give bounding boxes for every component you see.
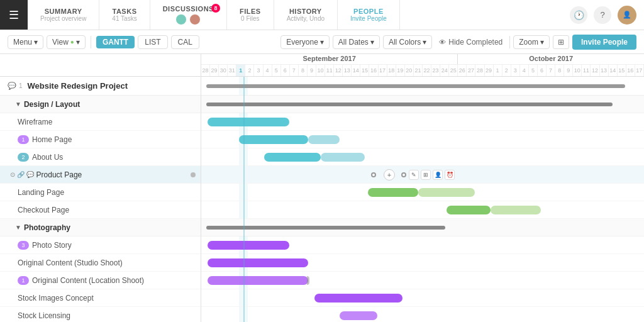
list-button[interactable]: LIST — [138, 35, 167, 49]
invite-button[interactable]: Invite People — [572, 35, 636, 50]
everyone-filter[interactable]: Everyone ▾ — [280, 35, 330, 49]
productpage-dot-left — [371, 172, 376, 177]
gantt-main: September 2017 October 2017 28 29 30 31 … — [0, 54, 644, 322]
clock-icon-btn[interactable]: 🕐 — [570, 6, 587, 24]
task-checkout-row[interactable]: Checkout Page — [0, 201, 201, 219]
tab-people[interactable]: PEOPLE Invite People — [338, 0, 400, 30]
stocklicensing-bar — [340, 311, 377, 320]
task-location-row[interactable]: 1 Original Content (Location Shoot) — [0, 272, 201, 289]
gantt-row-landingpage — [201, 184, 644, 201]
dates-filter[interactable]: All Dates ▾ — [333, 35, 380, 49]
view-button[interactable]: View ● ▾ — [47, 35, 86, 49]
help-icon-btn[interactable]: ? — [594, 6, 611, 24]
task-homepage-row[interactable]: 1 Home Page — [0, 131, 201, 148]
tab-summary[interactable]: SUMMARY Project overview — [28, 0, 99, 30]
avatar-1 — [175, 14, 187, 25]
day-cell: 9 — [564, 65, 573, 76]
tab-history-label: HISTORY — [289, 8, 322, 15]
zoom-button[interactable]: Zoom ▾ — [513, 35, 550, 49]
day-cell: 6 — [538, 65, 547, 76]
task-stocklicensing-row[interactable]: Stock Licensing — [0, 307, 201, 322]
person-icon-btn[interactable]: 👤 — [433, 170, 443, 180]
group-design-row[interactable]: ▼ Design / Layout — [0, 96, 201, 113]
view-toggle-icon[interactable]: ⊞ — [553, 35, 569, 49]
day-cell: 11 — [582, 65, 591, 76]
checkout-bar-green — [447, 206, 491, 214]
group-photography-row[interactable]: ▼ Photography — [0, 219, 201, 236]
stockimages-bar — [314, 294, 402, 303]
day-cell: 16 — [626, 65, 635, 76]
day-cell: 8 — [299, 65, 308, 76]
task-landingpage-row[interactable]: Landing Page — [0, 184, 201, 201]
gantt-row-wireframe — [201, 113, 644, 131]
day-cell: 21 — [414, 65, 423, 76]
tab-summary-sub: Project overview — [40, 15, 86, 22]
view-chevron: ▾ — [76, 38, 80, 47]
photography-group-bar — [206, 226, 445, 230]
nav-tabs: SUMMARY Project overview TASKS 41 Tasks … — [28, 0, 562, 30]
day-cell: 15 — [618, 65, 626, 76]
colors-filter[interactable]: All Colors ▾ — [383, 35, 432, 49]
avatar-2 — [189, 14, 201, 25]
grid-icon-btn[interactable]: ⊞ — [421, 170, 431, 180]
day-cell: 4 — [264, 65, 272, 76]
zoom-chevron: ▾ — [540, 38, 544, 47]
hide-completed[interactable]: 👁 Hide Completed — [435, 36, 506, 48]
design-group-bar — [206, 103, 613, 106]
day-cell: 2 — [502, 65, 511, 76]
day-cell: 5 — [529, 65, 538, 76]
day-cell: 29 — [485, 65, 494, 76]
gantt-row-project — [201, 77, 644, 96]
day-cell: 20 — [405, 65, 414, 76]
task-photostory-row[interactable]: 3 Photo Story — [0, 236, 201, 254]
gantt-label: GANTT — [103, 38, 128, 47]
hide-icon: 👁 — [439, 38, 446, 46]
gantt-button[interactable]: GANTT — [96, 36, 135, 48]
gantt-row-stocklicensing — [201, 307, 644, 322]
location-bar — [208, 276, 308, 285]
wireframe-bar — [208, 118, 289, 126]
comment-badge-photostory: 3 — [18, 241, 29, 250]
cal-button[interactable]: CAL — [171, 35, 199, 49]
task-wireframe-row[interactable]: Wireframe — [0, 113, 201, 131]
day-cell: 12 — [591, 65, 599, 76]
view-label: View — [52, 38, 69, 47]
dates-chevron: ▾ — [370, 38, 374, 47]
day-cell: 13 — [343, 65, 352, 76]
date-header-left — [0, 54, 201, 76]
day-cell: 16 — [369, 65, 378, 76]
tab-tasks[interactable]: TASKS 41 Tasks — [99, 0, 150, 30]
hamburger-button[interactable]: ☰ — [0, 0, 28, 30]
menu-chevron: ▾ — [34, 38, 38, 47]
aboutus-bar-light — [321, 153, 365, 162]
collapse-design-icon[interactable]: ▼ — [15, 101, 21, 108]
user-avatar[interactable]: 👤 — [618, 6, 636, 25]
task-studio-row[interactable]: Original Content (Studio Shoot) — [0, 254, 201, 272]
gantt-row-productpage[interactable]: + ✎ ⊞ 👤 ⏰ — [201, 166, 644, 184]
edit-icon-btn[interactable]: ✎ — [409, 170, 419, 180]
task-productpage-row[interactable]: ⊙ 🔗 💬 Product Page — [0, 166, 201, 184]
task-homepage-label: Home Page — [32, 135, 72, 144]
group-design-label: Design / Layout — [24, 100, 80, 109]
collapse-photography-icon[interactable]: ▼ — [15, 224, 21, 231]
tab-files-label: FILES — [240, 8, 261, 15]
tab-history[interactable]: HISTORY Activity, Undo — [274, 0, 338, 30]
day-cell: 28 — [475, 65, 484, 76]
tab-discussions[interactable]: DISCUSSIONS 8 — [150, 0, 227, 30]
productpage-plus-btn[interactable]: + — [384, 169, 395, 180]
task-stockimages-row[interactable]: Stock Images Concept — [0, 289, 201, 307]
day-cell: 26 — [458, 65, 467, 76]
menu-button[interactable]: Menu ▾ — [8, 35, 43, 49]
project-summary-bar — [206, 84, 625, 88]
tab-files[interactable]: FILES 0 Files — [227, 0, 274, 30]
clock-icon-btn2[interactable]: ⏰ — [445, 170, 455, 180]
colors-chevron: ▾ — [423, 38, 426, 47]
day-cell: 4 — [520, 65, 529, 76]
task-aboutus-row[interactable]: 2 About Us — [0, 148, 201, 166]
comment-count-project: 1 — [19, 82, 23, 89]
task-stocklicensing-label: Stock Licensing — [18, 311, 70, 320]
task-studio-label: Original Content (Studio Shoot) — [18, 258, 123, 267]
comment-badge-homepage: 1 — [18, 135, 29, 144]
everyone-chevron: ▾ — [320, 38, 324, 47]
tab-tasks-label: TASKS — [113, 8, 137, 15]
